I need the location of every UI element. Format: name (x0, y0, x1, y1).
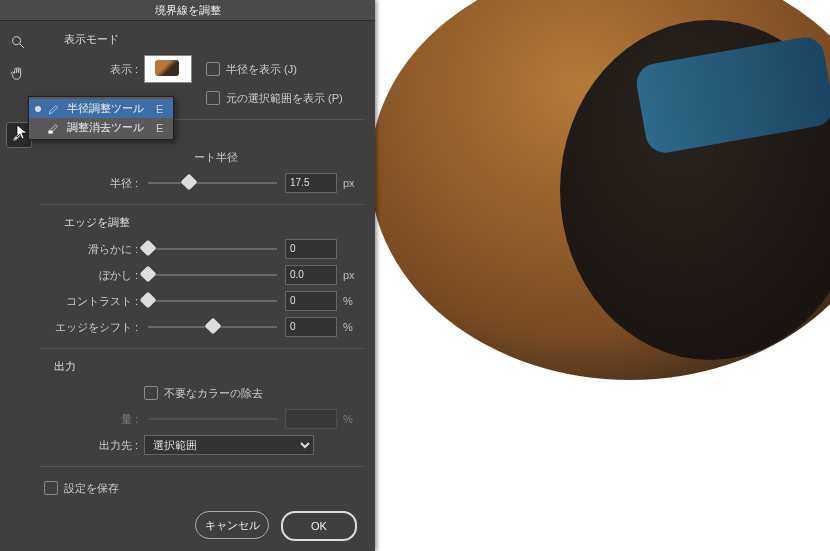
hand-tool[interactable] (6, 62, 30, 86)
contrast-unit: % (343, 295, 365, 307)
show-original-label: 元の選択範囲を表示 (P) (226, 91, 343, 106)
amount-unit: % (343, 413, 365, 425)
display-label: 表示 : (40, 62, 144, 77)
amount-value (285, 409, 337, 429)
flyout-item-label: 半径調整ツール (67, 101, 144, 116)
cancel-button[interactable]: キャンセル (195, 511, 269, 539)
contrast-value[interactable]: 0 (285, 291, 337, 311)
flyout-item-label: 調整消去ツール (67, 120, 144, 135)
dialog-title: 境界線を調整 (0, 0, 375, 21)
feather-value[interactable]: 0.0 (285, 265, 337, 285)
contrast-label: コントラスト : (40, 294, 144, 309)
cursor-icon (16, 124, 32, 142)
shift-edge-slider[interactable] (148, 318, 277, 336)
decontaminate-checkbox[interactable] (144, 386, 158, 400)
flyout-shortcut: E (156, 103, 163, 115)
svg-rect-2 (49, 130, 53, 132)
refine-edge-dialog: 境界線を調整 半径調整ツール E 調整消去ツール E 表示モード 表示 : (0, 0, 375, 551)
dialog-footer: キャンセル OK (0, 511, 375, 541)
refine-tool-flyout: 半径調整ツール E 調整消去ツール E (28, 96, 174, 140)
smooth-label: 滑らかに : (40, 242, 144, 257)
remember-settings-checkbox[interactable] (44, 481, 58, 495)
amount-label: 量 : (40, 412, 144, 427)
radius-label: 半径 : (40, 176, 144, 191)
feather-unit: px (343, 269, 365, 281)
smooth-slider[interactable] (148, 240, 277, 258)
radius-slider[interactable] (148, 174, 277, 192)
section-view-mode: 表示モード (64, 32, 365, 47)
svg-line-1 (20, 44, 24, 48)
contrast-slider[interactable] (148, 292, 277, 310)
feather-label: ぼかし : (40, 268, 144, 283)
feather-slider[interactable] (148, 266, 277, 284)
shift-edge-value[interactable]: 0 (285, 317, 337, 337)
smooth-value[interactable]: 0 (285, 239, 337, 259)
section-output: 出力 (54, 359, 365, 374)
amount-slider (148, 410, 277, 428)
show-radius-checkbox[interactable] (206, 62, 220, 76)
flyout-erase-refinements[interactable]: 調整消去ツール E (29, 118, 173, 137)
svg-point-0 (13, 37, 21, 45)
radius-unit: px (343, 177, 365, 189)
shift-edge-unit: % (343, 321, 365, 333)
flyout-shortcut: E (156, 122, 163, 134)
flyout-refine-radius[interactable]: 半径調整ツール E (29, 99, 173, 118)
show-radius-label: 半径を表示 (J) (226, 62, 297, 77)
shift-edge-label: エッジをシフト : (40, 320, 144, 335)
section-adjust-edge: エッジを調整 (64, 215, 365, 230)
remember-settings-label: 設定を保存 (64, 481, 119, 496)
show-original-checkbox[interactable] (206, 91, 220, 105)
smart-radius-label: ート半径 (194, 150, 238, 165)
output-to-select[interactable]: 選択範囲 (144, 435, 314, 455)
ok-button[interactable]: OK (281, 511, 357, 541)
output-to-label: 出力先 : (40, 438, 144, 453)
radius-value[interactable]: 17.5 (285, 173, 337, 193)
zoom-tool[interactable] (6, 30, 30, 54)
view-thumb[interactable] (144, 55, 192, 83)
decontaminate-label: 不要なカラーの除去 (164, 386, 263, 401)
